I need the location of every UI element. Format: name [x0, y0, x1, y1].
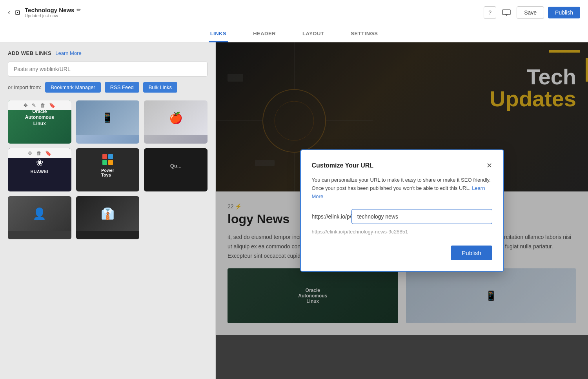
modal-title: Customize Your URL: [312, 162, 374, 169]
learn-more-link[interactable]: Learn More: [55, 50, 81, 56]
add-web-links-label: ADD WEB LINKS: [8, 50, 51, 56]
url-input[interactable]: [8, 62, 208, 77]
topbar-left: ‹ ⊡ Technology News ✏ Updated just now: [8, 7, 81, 18]
tab-layout[interactable]: LAYOUT: [301, 25, 326, 42]
svg-rect-0: [502, 10, 510, 15]
url-prefix: https://elink.io/p/: [312, 213, 351, 220]
modal-footer: Publish: [312, 246, 492, 260]
page-icon: ⊡: [15, 9, 20, 16]
tab-header[interactable]: HEADER: [251, 25, 277, 42]
customize-url-modal: Customize Your URL ✕ You can personalize…: [300, 149, 504, 272]
import-row: or Import from: Bookmark Manager RSS Fee…: [8, 82, 208, 93]
back-button[interactable]: ‹: [8, 8, 10, 16]
tabbar: LINKS HEADER LAYOUT SETTINGS: [0, 25, 588, 42]
monitor-button[interactable]: [500, 6, 513, 19]
card-person2: 👔 ✥ ✎ 🗑 🔖: [76, 196, 140, 239]
edit-icon[interactable]: ✏: [76, 7, 81, 13]
card-qualcomm: Qu... ✥ ✎: [144, 148, 208, 191]
preview-area: Tech Updates 22 ⚡ logy News: [216, 42, 588, 379]
modal-overlay: Customize Your URL ✕ You can personalize…: [216, 42, 588, 379]
sidebar: ADD WEB LINKS Learn More or Import from:…: [0, 42, 216, 379]
url-preview: https://elink.io/p/technology-news-9c288…: [312, 229, 492, 235]
monitor-icon: [502, 9, 511, 16]
modal-close-button[interactable]: ✕: [486, 161, 492, 170]
tab-settings[interactable]: SETTINGS: [349, 25, 379, 42]
topbar-right: ? Save Publish: [484, 6, 580, 19]
save-button[interactable]: Save: [517, 6, 544, 19]
topbar: ‹ ⊡ Technology News ✏ Updated just now ?…: [0, 0, 588, 25]
card-apple: 🍎 ✥ ✎ 🗑 🔖: [144, 100, 208, 144]
add-web-links-header: ADD WEB LINKS Learn More: [8, 50, 208, 56]
page-title: Technology News ✏: [25, 7, 81, 13]
card-phones: 📱 ✥ ✎ 🗑 🔖: [76, 100, 140, 144]
bulk-links-button[interactable]: Bulk Links: [143, 82, 177, 93]
modal-description: You can personalize your URL to make it …: [312, 176, 492, 200]
page-title-text: Technology News: [25, 7, 74, 13]
import-label: or Import from:: [8, 84, 41, 90]
url-row: https://elink.io/p/: [312, 209, 492, 224]
url-custom-input[interactable]: [351, 209, 492, 224]
modal-publish-button[interactable]: Publish: [451, 246, 492, 260]
page-title-wrap: Technology News ✏ Updated just now: [25, 7, 81, 18]
modal-header: Customize Your URL ✕: [312, 161, 492, 170]
bookmark-manager-button[interactable]: Bookmark Manager: [45, 82, 100, 93]
page-subtitle: Updated just now: [25, 13, 81, 18]
cards-grid: OracleAutonomousLinux ✥ ✎ 🗑 🔖 📱 ✥ ✎ 🗑 �: [8, 100, 208, 239]
card-huawei: ❀ HUAWEI ✥ 🗑 🔖: [8, 148, 71, 191]
rss-feed-button[interactable]: RSS Feed: [105, 82, 139, 93]
tab-links[interactable]: LINKS: [209, 25, 228, 42]
card-person1: 👤 ✥ ✎ 🗑 🔖: [8, 196, 71, 239]
publish-button-top[interactable]: Publish: [548, 7, 580, 18]
main-area: ADD WEB LINKS Learn More or Import from:…: [0, 42, 588, 379]
card-oracle: OracleAutonomousLinux ✥ ✎ 🗑 🔖: [8, 100, 71, 144]
card-powertoys: PowerToys ✥ ✎ 🗑 🔖: [76, 148, 140, 191]
modal-description-text: You can personalize your URL to make it …: [312, 177, 491, 191]
help-button[interactable]: ?: [484, 6, 496, 19]
card-oracle-label: OracleAutonomousLinux: [8, 100, 71, 135]
